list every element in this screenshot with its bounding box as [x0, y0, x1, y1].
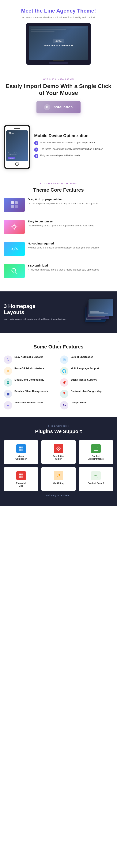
feature-img-customize: [4, 220, 25, 234]
svg-rect-13: [21, 446, 23, 448]
plugin-icon-vc: [16, 444, 26, 454]
plugin-card-mc: MailChimp: [41, 467, 76, 491]
plugin-name-eg: EssentialGrid: [16, 482, 26, 487]
core-features-section: For Easy Website Creation Theme Core Fea…: [0, 177, 117, 291]
feature-text-nocoding: No coding required No need to be a profe…: [28, 242, 99, 249]
core-features-header: For Easy Website Creation Theme Core Fea…: [4, 183, 113, 193]
plugins-label: Free & Compatible: [4, 425, 113, 427]
sticky-text: Sticky Menus Support: [71, 378, 97, 381]
svg-rect-2: [11, 205, 14, 208]
updates-title: Easy Automatic Updates: [14, 355, 43, 358]
shortcodes-title: Lots of Shortcodes: [71, 355, 93, 358]
feature-img-drag: [4, 198, 25, 212]
core-features-title: Theme Core Features: [4, 187, 113, 193]
layouts-text: 3 HomepageLayouts We create several uniq…: [4, 303, 71, 321]
fontello-title: Awesome Fontello Icons: [14, 401, 43, 404]
plugin-icon-cf7: [91, 471, 101, 480]
phone-home-button: [15, 162, 19, 166]
one-click-title: Easily Import Demo With a Single Click o…: [4, 83, 113, 96]
feature-grid-fontello: ★ Awesome Fontello Icons: [4, 401, 57, 409]
map-title: Customizable Google Map: [71, 390, 102, 393]
updates-icon: ↻: [4, 355, 12, 364]
shortcodes-text: Lots of Shortcodes: [71, 355, 93, 359]
svg-rect-0: [11, 201, 14, 204]
mobile-feature-list: 1 Absolutely all scrollable sections sup…: [34, 141, 113, 158]
plugin-name-rev: RevolutionSlider: [52, 455, 65, 460]
multilang-text: Multi Language Support: [71, 367, 99, 370]
phone-screen: LINEAGENCY Studio Interior &Architecture…: [6, 130, 28, 161]
mobile-feature-3: 3 Fully responsive layout & Retina ready: [34, 154, 113, 158]
feature-title-drag: Drag & drop page builder: [28, 198, 98, 201]
svg-rect-3: [15, 205, 18, 208]
plugin-icon-eg: [16, 471, 26, 480]
installation-button[interactable]: ⚙ Installation: [36, 101, 80, 113]
svg-rect-26: [19, 476, 21, 478]
fonts-title: Google Fonts: [71, 401, 87, 404]
mobile-feature-text-2: The theme uses mobile friendly sliders: …: [40, 148, 103, 151]
feature-grid-megamenu: ☰ Mega Menu Compatibility: [4, 378, 57, 387]
feature-desc-nocoding: No need to be a professional web develop…: [28, 246, 99, 249]
core-features-label: For Easy Website Creation: [4, 183, 113, 185]
section-dot: [58, 341, 59, 342]
one-click-section: One Click Installation Easily Import Dem…: [0, 70, 117, 117]
plugin-card-ba: BookedAppointments: [79, 440, 113, 464]
feature-row-customize: Easy to customize Awesome easy-to-use op…: [4, 220, 113, 238]
megamenu-title: Mega Menu Compatibility: [14, 378, 44, 381]
fonts-text: Google Fonts: [71, 401, 87, 404]
feature-grid-map: 📍 Customizable Google Map: [60, 390, 113, 398]
feature-text-customize: Easy to customize Awesome easy-to-use op…: [28, 220, 94, 227]
plugin-name-mc: MailChimp: [53, 482, 65, 485]
feature-grid-sticky: 📌 Sticky Menus Support: [60, 378, 113, 387]
install-button-label: Installation: [52, 105, 73, 109]
feature-desc-drag: Visual Composer plugin offers amazing to…: [28, 202, 98, 205]
svg-rect-22: [95, 448, 96, 450]
fonts-icon: Aa: [60, 401, 68, 409]
plugins-grid: VisualComposer RevolutionSlider BookedAp…: [4, 440, 113, 491]
layouts-desc: We create several unique demos with diff…: [4, 318, 71, 321]
plugin-icon-mc: [54, 471, 63, 480]
feature-grid-multilang: 🌐 Multi Language Support: [60, 367, 113, 375]
plugin-card-cf7: Contact Form 7: [79, 467, 113, 491]
install-icon: ⚙: [44, 104, 50, 110]
phone-screen-title: Studio Interior &Architecture: [8, 152, 20, 156]
hero-section: Meet the Line Agency Theme! An awesome u…: [0, 0, 117, 70]
laptop-notch: [53, 60, 64, 61]
feature-icon-seo: [4, 264, 25, 278]
plugin-card-rev: RevolutionSlider: [41, 440, 76, 464]
layout-card-1: [88, 299, 113, 316]
feature-img-nocoding: </>: [4, 242, 25, 256]
feature-grid-shortcodes: ⊞ Lots of Shortcodes: [60, 355, 113, 364]
svg-point-4: [13, 225, 16, 228]
plugins-footer: and many more others...: [4, 494, 113, 497]
svg-rect-24: [19, 473, 21, 475]
plugin-icon-rev: [54, 444, 63, 454]
updates-text: Easy Automatic Updates: [14, 355, 43, 359]
feature-row-seo: SEO optimized HTML code integrated into …: [4, 264, 113, 282]
feature-grid-updates: ↻ Easy Automatic Updates: [4, 355, 57, 364]
laptop-mockup: LINEAGENCY Studio Interior & Architectur…: [26, 23, 91, 65]
svg-point-29: [57, 476, 58, 477]
fontello-text: Awesome Fontello Icons: [14, 401, 43, 404]
plugin-name-vc: VisualComposer: [15, 455, 27, 460]
laptop-screen-title: Studio Interior & Architecture: [44, 44, 73, 46]
svg-rect-12: [19, 446, 21, 448]
feature-number-3: 3: [34, 154, 38, 158]
multilang-title: Multi Language Support: [71, 367, 99, 370]
other-features-title: Some Other Features: [4, 344, 113, 350]
hero-subtitle: An awesome user friendly combination of …: [4, 16, 113, 19]
phone-mockup: LINEAGENCY Studio Interior &Architecture…: [4, 125, 30, 169]
svg-rect-30: [94, 474, 98, 477]
sticky-title: Sticky Menus Support: [71, 378, 97, 381]
mobile-section: LINEAGENCY Studio Interior &Architecture…: [0, 117, 117, 177]
laptop-screen-content: LINEAGENCY Studio Interior & Architectur…: [44, 39, 73, 46]
feature-text-seo: SEO optimized HTML code integrated into …: [28, 264, 99, 272]
map-text: Customizable Google Map: [71, 390, 102, 393]
mobile-content: Mobile Device Optimization 1 Absolutely …: [34, 133, 113, 160]
fontello-icon: ★: [4, 401, 12, 409]
hero-title: Meet the Line Agency Theme!: [4, 8, 113, 14]
feature-icon-drag: [4, 198, 25, 212]
parallax-text: Parallax Effect Backgrounds: [14, 390, 48, 393]
mobile-feature-text-3: Fully responsive layout & Retina ready: [40, 154, 80, 157]
svg-rect-21: [94, 448, 95, 450]
feature-title-nocoding: No coding required: [28, 242, 99, 245]
